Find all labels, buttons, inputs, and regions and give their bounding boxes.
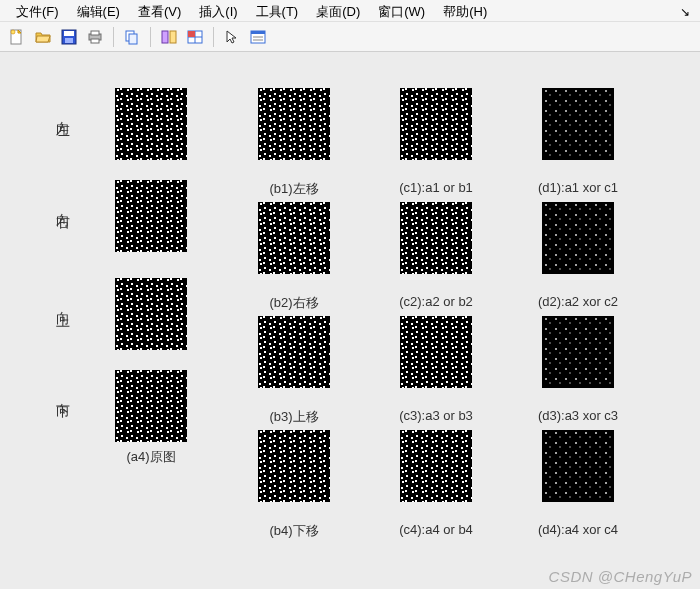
caption-b2: (b2)右移 xyxy=(269,294,318,312)
menu-file[interactable]: 文件(F) xyxy=(8,2,67,22)
thumb-c2 xyxy=(400,202,472,274)
print-icon xyxy=(87,29,103,45)
print-button[interactable] xyxy=(84,26,106,48)
toolbar-separator xyxy=(150,27,151,47)
thumb-d3 xyxy=(542,316,614,388)
thumb-b4 xyxy=(258,430,330,502)
panel-grid-icon xyxy=(187,29,203,45)
row-label-left: 向左 xyxy=(54,110,72,114)
thumb-b2 xyxy=(258,202,330,274)
row-label-right: 向右 xyxy=(54,202,72,206)
caption-c2: (c2):a2 or b2 xyxy=(399,294,473,309)
svg-rect-10 xyxy=(129,34,137,44)
save-icon xyxy=(61,29,77,45)
menu-window[interactable]: 窗口(W) xyxy=(370,2,433,22)
window-list-button[interactable] xyxy=(247,26,269,48)
caption-d4: (d4):a4 xor c4 xyxy=(538,522,618,537)
menu-overflow-icon[interactable]: ↘ xyxy=(680,5,692,19)
save-button[interactable] xyxy=(58,26,80,48)
svg-point-2 xyxy=(11,30,15,34)
menu-tools[interactable]: 工具(T) xyxy=(248,2,307,22)
menu-edit[interactable]: 编辑(E) xyxy=(69,2,128,22)
panel-split-icon xyxy=(161,29,177,45)
toolbar-separator xyxy=(213,27,214,47)
svg-rect-7 xyxy=(91,31,99,35)
pointer-button[interactable] xyxy=(221,26,243,48)
watermark: CSDN @CHengYuP xyxy=(549,568,692,585)
thumb-b3 xyxy=(258,316,330,388)
thumb-a1 xyxy=(115,88,187,160)
thumb-c4 xyxy=(400,430,472,502)
open-button[interactable] xyxy=(32,26,54,48)
svg-rect-4 xyxy=(64,31,74,36)
thumb-a3 xyxy=(115,278,187,350)
copy-icon xyxy=(124,29,140,45)
window-list-icon xyxy=(250,29,266,45)
copy-button[interactable] xyxy=(121,26,143,48)
row-label-up: 向上 xyxy=(54,300,72,304)
menu-desktop[interactable]: 桌面(D) xyxy=(308,2,368,22)
toolbar-separator xyxy=(113,27,114,47)
thumb-d4 xyxy=(542,430,614,502)
svg-rect-5 xyxy=(65,38,73,43)
caption-d1: (d1):a1 xor c1 xyxy=(538,180,618,195)
thumb-b1 xyxy=(258,88,330,160)
menubar: 文件(F) 编辑(E) 查看(V) 插入(I) 工具(T) 桌面(D) 窗口(W… xyxy=(0,0,700,22)
thumb-a4 xyxy=(115,370,187,442)
new-file-button[interactable] xyxy=(6,26,28,48)
thumb-d1 xyxy=(542,88,614,160)
svg-rect-19 xyxy=(251,31,265,34)
svg-rect-11 xyxy=(162,31,168,43)
row-label-down: 向下 xyxy=(54,392,72,396)
caption-c3: (c3):a3 or b3 xyxy=(399,408,473,423)
new-file-icon xyxy=(9,29,25,45)
svg-marker-17 xyxy=(227,31,236,43)
caption-d2: (d2):a2 xor c2 xyxy=(538,294,618,309)
caption-c4: (c4):a4 or b4 xyxy=(399,522,473,537)
svg-rect-16 xyxy=(188,31,195,37)
thumb-d2 xyxy=(542,202,614,274)
thumb-a2 xyxy=(115,180,187,252)
pointer-icon xyxy=(224,29,240,45)
caption-b1: (b1)左移 xyxy=(269,180,318,198)
caption-b4: (b4)下移 xyxy=(269,522,318,540)
menu-insert[interactable]: 插入(I) xyxy=(191,2,245,22)
caption-b3: (b3)上移 xyxy=(269,408,318,426)
figure-canvas: 向左 向右 向上 向下 (a4)原图 (b1)左移 (b2)右移 (b3)上移 … xyxy=(0,52,700,589)
svg-rect-12 xyxy=(170,31,176,43)
menu-help[interactable]: 帮助(H) xyxy=(435,2,495,22)
thumb-c3 xyxy=(400,316,472,388)
open-folder-icon xyxy=(35,29,51,45)
toolbar xyxy=(0,22,700,52)
caption-c1: (c1):a1 or b1 xyxy=(399,180,473,195)
thumb-c1 xyxy=(400,88,472,160)
caption-a4: (a4)原图 xyxy=(126,448,175,466)
svg-rect-8 xyxy=(91,39,99,43)
panel-grid-button[interactable] xyxy=(184,26,206,48)
panel-split-button[interactable] xyxy=(158,26,180,48)
menu-view[interactable]: 查看(V) xyxy=(130,2,189,22)
caption-d3: (d3):a3 xor c3 xyxy=(538,408,618,423)
